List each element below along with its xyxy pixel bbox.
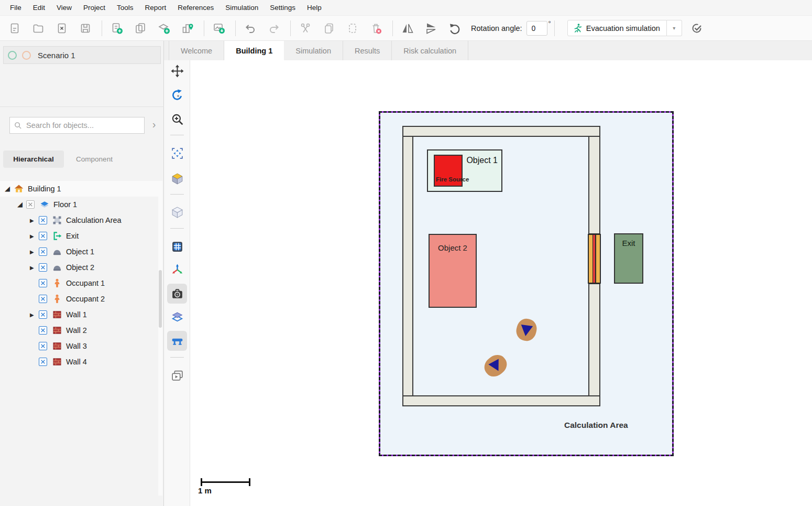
view-3d-button[interactable] xyxy=(167,168,187,188)
layers-button[interactable] xyxy=(167,307,187,327)
copy-button[interactable] xyxy=(321,20,337,37)
move-tool-button[interactable] xyxy=(167,61,187,81)
exit-shape[interactable]: Exit xyxy=(614,233,643,284)
cut-button[interactable] xyxy=(297,20,314,37)
search-input[interactable] xyxy=(26,121,144,130)
tree-item-exit[interactable]: ▶ Exit xyxy=(0,228,160,244)
add-scenario-button[interactable] xyxy=(108,20,125,37)
menu-view[interactable]: View xyxy=(51,0,78,16)
tree-item-object-1[interactable]: ▶ Object 1 xyxy=(0,244,160,260)
tree-scrollbar-thumb[interactable] xyxy=(159,270,162,328)
tree-item-wall-4[interactable]: Wall 4 xyxy=(0,354,160,370)
wall-right-upper[interactable] xyxy=(588,136,600,234)
menu-report[interactable]: Report xyxy=(139,0,172,16)
import-background-button[interactable] xyxy=(211,20,227,37)
workbench-button[interactable] xyxy=(167,331,187,351)
paste-icon xyxy=(346,22,359,35)
tab-component[interactable]: Component xyxy=(67,150,122,168)
tab-building-1[interactable]: Building 1 xyxy=(224,41,284,60)
tree-item-object-2[interactable]: ▶ Object 2 xyxy=(0,260,160,275)
visibility-checkbox[interactable] xyxy=(39,232,47,240)
building-location-button[interactable] xyxy=(179,20,196,37)
rotate-view-button[interactable] xyxy=(167,85,187,105)
menu-project[interactable]: Project xyxy=(78,0,111,16)
fit-view-button[interactable] xyxy=(167,143,187,163)
visibility-checkbox[interactable] xyxy=(39,342,47,350)
visibility-checkbox[interactable] xyxy=(39,310,47,319)
tree-item-wall-2[interactable]: Wall 2 xyxy=(0,322,160,338)
rotate-button[interactable] xyxy=(446,20,463,37)
tree-item-occupant-1[interactable]: Occupant 1 xyxy=(0,275,160,291)
menu-help[interactable]: Help xyxy=(301,0,327,16)
visibility-checkbox[interactable] xyxy=(39,247,47,256)
visibility-checkbox[interactable] xyxy=(39,295,47,303)
flip-vertical-button[interactable] xyxy=(423,20,440,37)
evacuation-simulation-button[interactable]: Evacuation simulation xyxy=(567,20,667,36)
door[interactable] xyxy=(588,234,601,284)
expander-icon[interactable]: ◢ xyxy=(16,202,26,207)
wall-left[interactable] xyxy=(402,136,413,396)
tab-hierarchical[interactable]: Hierarchical xyxy=(3,150,64,168)
search-expand-chevron[interactable]: › xyxy=(148,119,160,131)
tree-scrollbar[interactable] xyxy=(158,181,162,496)
redo-button[interactable] xyxy=(266,20,282,37)
tab-results[interactable]: Results xyxy=(343,41,392,60)
expander-icon[interactable]: ▶ xyxy=(28,218,39,223)
expander-icon[interactable]: ▶ xyxy=(28,233,39,239)
visibility-checkbox[interactable] xyxy=(39,263,47,272)
floor-plan-canvas[interactable]: Object 1 Fire Source Object 2 Exit Calcu… xyxy=(190,60,812,506)
visibility-checkbox[interactable] xyxy=(39,216,47,224)
wireframe-view-button[interactable] xyxy=(167,202,187,222)
screenshot-button[interactable] xyxy=(167,284,187,304)
validate-button[interactable] xyxy=(688,20,705,37)
object-1-shape[interactable]: Object 1 Fire Source xyxy=(427,149,502,192)
wall-bottom[interactable] xyxy=(402,395,600,406)
tab-risk-calculation[interactable]: Risk calculation xyxy=(392,41,468,60)
expander-icon[interactable]: ◢ xyxy=(3,186,14,191)
copy-scenario-button[interactable] xyxy=(132,20,149,37)
tree-item-wall-3[interactable]: Wall 3 xyxy=(0,338,160,354)
zoom-tool-button[interactable] xyxy=(167,109,187,129)
tree-item-floor-1[interactable]: ◢ Floor 1 xyxy=(0,197,160,212)
presentation-button[interactable] xyxy=(167,365,187,385)
visibility-checkbox[interactable] xyxy=(39,279,47,287)
wall-top[interactable] xyxy=(402,126,600,137)
menu-simulation[interactable]: Simulation xyxy=(220,0,264,16)
paste-button[interactable] xyxy=(344,20,361,37)
menu-file[interactable]: File xyxy=(4,0,27,16)
close-document-button[interactable] xyxy=(53,20,70,37)
object-2-shape[interactable]: Object 2 xyxy=(429,234,477,308)
flip-horizontal-button[interactable] xyxy=(399,20,416,37)
scenario-item[interactable]: Scenario 1 xyxy=(3,46,161,64)
tree-item-building-1[interactable]: ◢ Building 1 xyxy=(0,181,160,197)
expander-icon[interactable]: ▶ xyxy=(28,265,39,271)
rotation-angle-input[interactable] xyxy=(526,21,547,36)
expander-icon[interactable]: ▶ xyxy=(28,312,39,318)
delete-button[interactable] xyxy=(368,20,385,37)
save-document-button[interactable] xyxy=(77,20,94,37)
wall-right-lower[interactable] xyxy=(588,283,600,396)
visibility-checkbox[interactable] xyxy=(39,326,47,335)
visibility-checkbox[interactable] xyxy=(26,200,35,209)
menu-references[interactable]: References xyxy=(172,0,220,16)
new-document-button[interactable] xyxy=(6,20,23,37)
visibility-checkbox[interactable] xyxy=(39,358,47,366)
menu-tools[interactable]: Tools xyxy=(111,0,139,16)
add-floor-button[interactable] xyxy=(156,20,172,37)
validate-icon xyxy=(690,22,703,35)
axes-toggle-button[interactable] xyxy=(167,260,187,279)
grid-toggle-button[interactable] xyxy=(167,236,187,256)
undo-button[interactable] xyxy=(242,20,259,37)
menu-settings[interactable]: Settings xyxy=(264,0,301,16)
expander-icon[interactable]: ▶ xyxy=(28,249,39,255)
tree-item-wall-1[interactable]: ▶ Wall 1 xyxy=(0,307,160,322)
open-document-button[interactable] xyxy=(30,20,47,37)
tab-welcome[interactable]: Welcome xyxy=(169,41,224,60)
simulation-type-dropdown[interactable]: ▾ xyxy=(667,20,682,36)
tab-simulation[interactable]: Simulation xyxy=(284,41,343,60)
tree-item-calculation-area[interactable]: ▶ Calculation Area xyxy=(0,212,160,228)
menu-edit[interactable]: Edit xyxy=(27,0,51,16)
main-toolbar: Rotation angle: ° Evacuation simulation … xyxy=(0,16,812,41)
fire-source-shape[interactable]: Fire Source xyxy=(434,155,463,187)
tree-item-occupant-2[interactable]: Occupant 2 xyxy=(0,291,160,307)
